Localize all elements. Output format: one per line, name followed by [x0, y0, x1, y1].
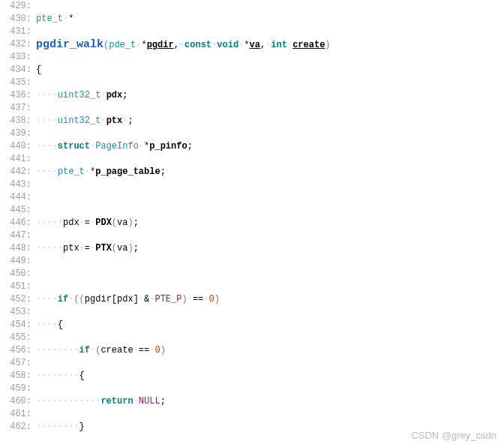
line-number: 461: — [0, 408, 32, 421]
line-number: 429: — [0, 0, 32, 13]
line-number: 437: — [0, 102, 32, 115]
line-number: 431: — [0, 26, 32, 38]
line-number: 460: — [0, 395, 32, 408]
code-line: ········if·(create·==·0) — [36, 344, 504, 357]
line-number: 432: — [0, 38, 32, 51]
line-number: 443: — [0, 178, 32, 191]
line-gutter: 429:430:431:432:433:434:435:436:437:438:… — [0, 0, 36, 447]
line-number: 452: — [0, 293, 32, 306]
code-line: ········{ — [36, 370, 504, 382]
line-number: 434: — [0, 64, 32, 76]
code-line: ····uint32_t·pdx; — [36, 89, 504, 102]
line-number: 459: — [0, 382, 32, 395]
code-area: pte_t·* pgdir_walk(pde_t·*pgdir,·const·v… — [36, 0, 504, 447]
line-number: 449: — [0, 255, 32, 268]
line-number: 448: — [0, 242, 32, 255]
code-line: { — [36, 64, 504, 76]
code-line — [36, 268, 504, 280]
code-line: pte_t·* — [36, 13, 504, 26]
code-line — [36, 191, 504, 204]
line-number: 454: — [0, 319, 32, 332]
line-number: 436: — [0, 89, 32, 102]
line-number: 453: — [0, 306, 32, 319]
line-number: 451: — [0, 280, 32, 293]
line-number: 445: — [0, 204, 32, 217]
line-number: 458: — [0, 370, 32, 382]
code-line: ············return·NULL; — [36, 395, 504, 408]
line-number: 435: — [0, 76, 32, 89]
line-number: 430: — [0, 13, 32, 26]
code-line: ·····pdx·=·PDX(va); — [36, 217, 504, 230]
line-number: 442: — [0, 166, 32, 178]
line-number: 462: — [0, 421, 32, 434]
line-number: 455: — [0, 332, 32, 344]
line-number: 447: — [0, 230, 32, 242]
code-line: ····struct·PageInfo·*p_pinfo; — [36, 140, 504, 153]
line-number: 446: — [0, 217, 32, 230]
line-number: 439: — [0, 128, 32, 140]
code-line: ····pte_t·*p_page_table; — [36, 166, 504, 178]
line-number: 438: — [0, 115, 32, 128]
watermark: CSDN @grey_csdn — [411, 430, 496, 441]
line-number: 444: — [0, 191, 32, 204]
line-number: 456: — [0, 344, 32, 357]
line-number: 450: — [0, 268, 32, 280]
code-line: ····{ — [36, 319, 504, 332]
line-number: 457: — [0, 357, 32, 370]
code-editor: 429:430:431:432:433:434:435:436:437:438:… — [0, 0, 504, 447]
line-number: 441: — [0, 153, 32, 166]
code-line: pgdir_walk(pde_t·*pgdir,·const·void·*va,… — [36, 38, 504, 51]
code-line: ····if·((pgdir[pdx]·&·PTE_P)·==·0) — [36, 293, 504, 306]
line-number: 433: — [0, 51, 32, 64]
code-line: ····uint32_t·ptx·; — [36, 115, 504, 128]
line-number: 440: — [0, 140, 32, 153]
code-line: ·····ptx·=·PTX(va); — [36, 242, 504, 255]
